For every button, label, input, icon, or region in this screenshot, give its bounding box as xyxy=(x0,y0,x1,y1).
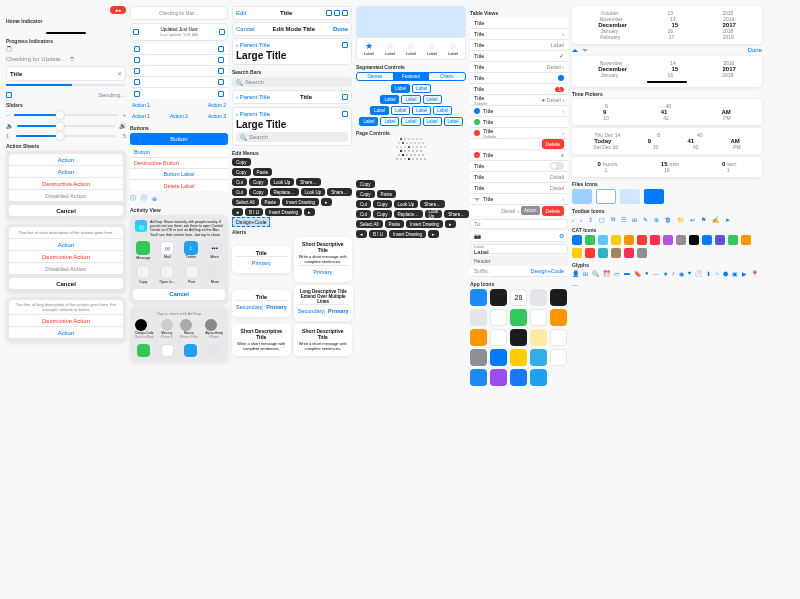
back-icon[interactable]: ‹ xyxy=(572,217,574,223)
color-swatch[interactable] xyxy=(624,235,634,245)
color-swatch[interactable] xyxy=(572,248,582,258)
action-link[interactable]: Action 2 xyxy=(208,102,226,108)
table-row[interactable]: TitleDetail xyxy=(470,183,568,194)
facetime-app-icon[interactable] xyxy=(510,309,527,326)
mail-app-icon[interactable] xyxy=(161,344,174,357)
menu-cut[interactable]: Cut xyxy=(232,178,247,186)
color-swatch[interactable] xyxy=(728,235,738,245)
checkbox[interactable] xyxy=(134,91,140,97)
table-row[interactable]: − Title≡ xyxy=(470,150,568,161)
alert-primary-button[interactable]: Primary xyxy=(236,256,287,269)
text-selection[interactable]: Design+Code xyxy=(232,217,270,227)
color-swatch[interactable] xyxy=(741,235,751,245)
weather-app-icon[interactable] xyxy=(470,369,487,386)
table-row[interactable]: Title1 xyxy=(470,84,568,95)
menu-cut[interactable]: Cut xyxy=(356,210,371,218)
back-button[interactable]: ‹ Parent Title xyxy=(236,42,270,48)
camera-app-icon[interactable] xyxy=(530,289,547,306)
list-icon[interactable]: ☰ xyxy=(621,216,626,223)
contacts-app-icon[interactable] xyxy=(470,309,487,326)
table-row[interactable]: Title› xyxy=(470,194,568,205)
menu-copy[interactable]: Copy xyxy=(356,190,375,198)
chip[interactable]: Label xyxy=(433,106,452,115)
menu-selectall[interactable]: Select All xyxy=(356,220,383,228)
alert-primary-button[interactable]: Primary xyxy=(266,301,287,313)
folder-icon[interactable]: 📁 xyxy=(677,216,684,223)
cancel-button[interactable]: Cancel xyxy=(236,26,255,32)
table-row[interactable]: TitleLabel xyxy=(470,40,568,51)
back-button[interactable]: ‹ Parent Title xyxy=(236,111,270,117)
menu-more[interactable]: ▸ xyxy=(304,208,315,216)
menu-biu[interactable]: B I U xyxy=(245,208,263,216)
menu-insert-drawing[interactable]: Insert Drawing xyxy=(389,230,426,238)
destructive-action-button[interactable]: Destructive Action xyxy=(9,315,123,327)
delete-label-row[interactable]: Delete Label xyxy=(130,180,228,191)
table-row[interactable]: Title› xyxy=(470,106,568,117)
menu-copy[interactable]: Copy xyxy=(249,178,268,186)
chip[interactable]: Label xyxy=(423,117,442,126)
openin-action-icon[interactable] xyxy=(160,265,174,279)
trash-icon[interactable]: 🗑 xyxy=(665,217,671,223)
color-swatch[interactable] xyxy=(585,235,595,245)
page-control-squares[interactable] xyxy=(356,150,466,152)
menu-copy[interactable]: Copy xyxy=(373,210,392,218)
edit-button[interactable]: Edit xyxy=(236,10,246,16)
color-swatch[interactable] xyxy=(585,248,595,258)
tips-app-icon[interactable] xyxy=(510,349,527,366)
action-link[interactable]: Action 2 xyxy=(170,113,188,119)
notes-app-icon[interactable] xyxy=(530,329,547,346)
plus-icon[interactable]: + xyxy=(122,112,126,118)
add-icon[interactable]: ⊕ xyxy=(152,195,157,202)
checkbox[interactable] xyxy=(6,92,12,98)
chip[interactable]: Label xyxy=(380,117,399,126)
menu-selectall[interactable]: Select All xyxy=(232,198,259,206)
date-picker[interactable]: November142016 December152017 January162… xyxy=(572,56,762,87)
cancel-button[interactable]: Cancel xyxy=(9,205,123,217)
time-picker[interactable]: 840 941AM 1042PM xyxy=(572,99,762,125)
menu-copy[interactable]: Copy xyxy=(249,188,268,196)
calendar-app-icon[interactable]: 28 xyxy=(510,289,527,306)
info-icon[interactable]: ⓘ xyxy=(141,194,147,203)
person-avatar[interactable] xyxy=(161,319,173,331)
destructive-action-button[interactable]: Destructive Action xyxy=(9,251,123,263)
menu-replace[interactable]: Replace… xyxy=(394,210,423,218)
checkbox[interactable] xyxy=(342,111,348,117)
color-swatch[interactable] xyxy=(676,235,686,245)
color-swatch[interactable] xyxy=(689,235,699,245)
edit-icon[interactable]: ✎ xyxy=(643,216,648,223)
label-field[interactable]: LabelLabel xyxy=(470,244,568,254)
color-swatch[interactable] xyxy=(637,248,647,258)
page-control[interactable] xyxy=(356,146,466,148)
person-avatar[interactable] xyxy=(135,319,147,331)
compose-icon[interactable]: ✍ xyxy=(712,216,719,223)
done-button[interactable]: Done xyxy=(748,47,762,53)
person-avatar[interactable] xyxy=(205,319,217,331)
color-swatch[interactable] xyxy=(702,235,712,245)
clips-app-icon[interactable] xyxy=(490,349,507,366)
chip[interactable]: Label xyxy=(391,106,410,115)
button-label-row[interactable]: Button Label xyxy=(130,169,228,180)
close-icon[interactable]: ✕ xyxy=(117,70,122,77)
switch[interactable] xyxy=(550,162,564,170)
checkbox[interactable] xyxy=(218,79,224,85)
checkbox[interactable] xyxy=(218,91,224,97)
instagram-app-icon[interactable] xyxy=(490,309,507,326)
menu-share[interactable]: Share… xyxy=(420,200,445,208)
alert-primary-button[interactable]: Primary xyxy=(328,305,349,317)
chevron-down-icon[interactable] xyxy=(582,49,588,52)
clock-app-icon[interactable] xyxy=(550,289,567,306)
cancel-button[interactable]: Cancel xyxy=(9,278,123,290)
table-row[interactable]: Title xyxy=(470,161,568,172)
table-row[interactable]: Suffix:Design+Code xyxy=(470,266,568,277)
share-icon[interactable]: ⇪ xyxy=(588,216,593,223)
wallet-app-icon[interactable] xyxy=(510,329,527,346)
app-store-app-icon[interactable] xyxy=(470,289,487,306)
menu-copy[interactable]: Copy xyxy=(356,180,375,188)
chip[interactable]: Label xyxy=(423,95,442,104)
delete-button[interactable]: Delete xyxy=(542,206,564,216)
chevron-up-icon[interactable] xyxy=(572,49,578,52)
menu-lookup[interactable]: Look Up xyxy=(394,200,419,208)
destructive-button-row[interactable]: Destructive Button xyxy=(130,158,228,169)
info-icon[interactable]: ⓘ xyxy=(130,194,136,203)
gear-icon[interactable]: ⚙ xyxy=(559,233,564,239)
